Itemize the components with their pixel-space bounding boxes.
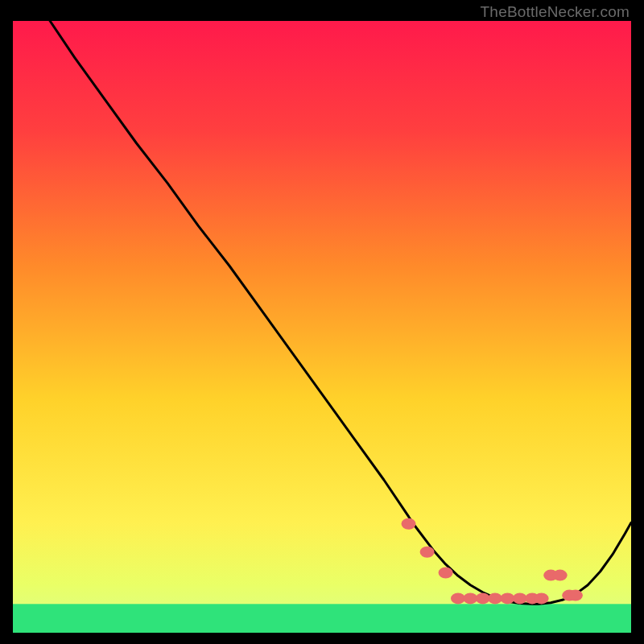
highlight-dot: [402, 518, 416, 530]
highlight-dot: [463, 592, 477, 604]
highlight-dot: [500, 592, 514, 604]
green-band: [13, 604, 631, 633]
gradient-background: [13, 21, 631, 633]
chart-frame: [13, 21, 631, 633]
bottleneck-chart: [13, 21, 631, 633]
highlight-dot: [553, 570, 568, 581]
highlight-dot: [420, 547, 435, 558]
highlight-dot: [439, 568, 453, 579]
highlight-dot: [535, 592, 549, 604]
highlight-dot: [568, 590, 583, 601]
highlight-dot: [488, 592, 502, 604]
watermark-text: TheBottleNecker.com: [481, 3, 630, 21]
